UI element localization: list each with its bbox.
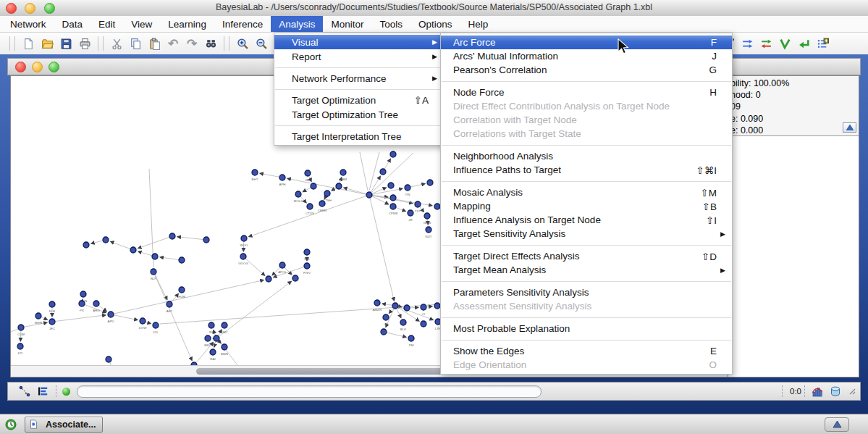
menubar-item-tools[interactable]: Tools [371,16,410,32]
graph-node[interactable] [17,343,23,349]
graph-node[interactable] [130,247,136,253]
graph-node[interactable] [279,175,285,180]
menu-item-pearson-s-correlation[interactable]: Pearson's CorrelationG [441,63,732,77]
check-validation-button[interactable] [776,35,793,52]
graph-node[interactable] [208,322,214,328]
menu-item-target-sensitivity-analysis[interactable]: Target Sensitivity Analysis▶ [441,227,732,241]
histogram-icon[interactable] [811,385,824,398]
graph-node[interactable] [366,192,372,198]
menu-item-target-interpretation-tree[interactable]: Target Interpretation Tree [274,129,444,143]
graph-node[interactable] [240,254,246,259]
doc-minimize-button[interactable] [32,62,43,72]
graph-node[interactable] [103,237,109,243]
menu-item-target-mean-analysis[interactable]: Target Mean Analysis▶ [441,263,732,277]
graph-node[interactable] [279,262,285,268]
menubar-item-data[interactable]: Data [54,16,91,32]
graph-node[interactable] [381,329,387,335]
copy-button[interactable] [127,35,144,52]
status-field[interactable] [77,385,542,398]
graph-node[interactable] [415,201,421,207]
graph-node[interactable] [319,201,325,206]
graph-node[interactable] [421,304,426,310]
graph-node[interactable] [167,301,172,307]
graph-node[interactable] [83,242,89,248]
graph-node[interactable] [18,325,24,330]
graph-node[interactable] [222,344,227,350]
return-arrow-button[interactable] [795,35,812,52]
menu-item-target-optimization[interactable]: Target Optimization⇧A [274,93,444,107]
graph-node[interactable] [205,335,211,341]
graph-node[interactable] [108,312,114,317]
notes-icon[interactable] [36,385,49,398]
doc-close-button[interactable] [15,62,26,72]
graph-node[interactable] [179,287,185,293]
graph-node[interactable] [383,314,389,320]
open-folder-button[interactable] [38,35,56,52]
graph-node[interactable] [153,322,159,328]
menu-item-network-performance[interactable]: Network Performance▶ [274,71,444,85]
graph-node[interactable] [408,210,413,216]
find-button[interactable] [202,35,219,52]
graph-node[interactable] [93,301,99,306]
zoom-in-button[interactable] [234,35,251,52]
graph-node[interactable] [214,335,219,341]
graph-node[interactable] [434,204,440,209]
undo-button[interactable]: ↶ [164,35,182,52]
menubar-item-network[interactable]: Network [2,16,54,32]
menu-item-most-probable-explanation[interactable]: Most Probable Explanation [441,322,732,335]
taskbar-collapse-button[interactable] [825,417,849,432]
graph-node[interactable] [295,191,301,197]
menu-item-mapping[interactable]: Mapping⇧B [441,199,732,213]
graph-node[interactable] [304,249,310,255]
menu-item-show-the-edges[interactable]: Show the EdgesE [441,344,732,358]
graph-node[interactable] [408,335,414,341]
menu-item-node-force[interactable]: Node ForceH [441,85,732,99]
graph-node[interactable] [49,301,55,307]
menu-item-visual[interactable]: Visual▶ [274,35,444,49]
graph-node[interactable] [390,151,396,157]
menubar-item-help[interactable]: Help [460,16,497,32]
menu-item-arcs-mutual-information[interactable]: Arcs' Mutual InformationJ [441,49,732,63]
graph-node[interactable] [304,263,310,269]
graph-node[interactable] [203,237,209,243]
graph-node[interactable] [35,313,41,319]
database-icon[interactable] [829,385,842,398]
paste-button[interactable] [146,35,163,52]
graph-node[interactable] [241,235,247,241]
menu-item-neighborhood-analysis[interactable]: Neighborhood Analysis [441,149,732,163]
graph-node[interactable] [106,356,111,362]
graph-node[interactable] [210,349,216,355]
menubar-item-inference[interactable]: Inference [214,16,271,32]
menubar-item-edit[interactable]: Edit [90,16,123,32]
add-list-button[interactable] [814,35,831,52]
scroll-up-button[interactable] [843,122,856,133]
redo-button[interactable]: ↷ [183,35,201,52]
graph-node[interactable] [424,213,430,219]
graph-node[interactable] [390,195,396,201]
swap-arrows-button[interactable] [757,35,775,52]
graph-node[interactable] [434,303,440,309]
graph-node[interactable] [380,169,386,175]
menubar-item-view[interactable]: View [123,16,160,32]
menu-item-target-direct-effects-analysis[interactable]: Target Direct Effects Analysis⇧D [441,249,732,263]
graph-node[interactable] [307,204,313,209]
graph-node[interactable] [340,170,346,175]
print-button[interactable] [76,35,93,52]
graph-node[interactable] [179,257,185,263]
menubar-item-monitor[interactable]: Monitor [323,16,371,32]
menu-item-arc-force[interactable]: Arc ForceF [441,36,732,49]
graph-node[interactable] [152,254,158,259]
menu-item-target-optimization-tree[interactable]: Target Optimization Tree [274,107,444,122]
menubar-item-learning[interactable]: Learning [160,16,214,32]
graph-node[interactable] [49,319,55,325]
taskbar-item-associate[interactable]: Associate... [25,417,103,433]
graph-node[interactable] [392,303,398,309]
graph-node[interactable] [421,321,426,327]
graph-node[interactable] [427,180,433,185]
graph-node[interactable] [140,318,146,324]
graph-node[interactable] [404,305,410,311]
graph-node[interactable] [252,170,258,175]
save-button[interactable] [57,35,75,52]
arc-mode-icon[interactable] [18,385,31,398]
graph-node[interactable] [266,276,271,282]
